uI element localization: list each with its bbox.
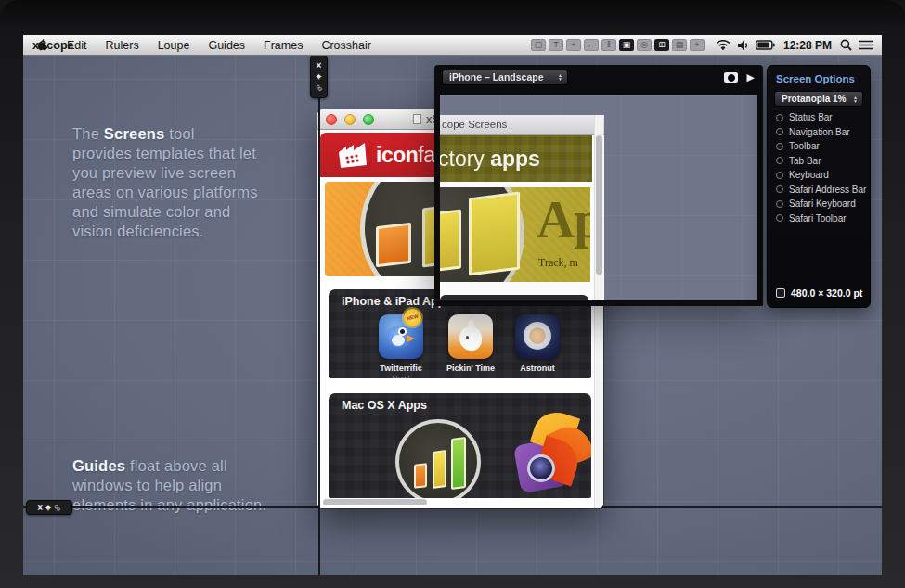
app-name: Twitterrific <box>371 364 431 373</box>
callout-text: tool provides templates that let you pre… <box>72 125 258 239</box>
flare-lens <box>527 454 555 482</box>
app-name: Pickin' Time <box>441 364 500 373</box>
list-menu-icon[interactable] <box>859 40 873 50</box>
filtered-chart-bar <box>440 209 461 273</box>
simulation-dropdown-value: Protanopia 1% <box>782 94 846 104</box>
close-icon[interactable]: × <box>317 60 322 70</box>
bird-beak <box>407 335 415 342</box>
stepper-icon: ▲▼ <box>558 73 562 81</box>
overlay-border[interactable]: cope Screens ctory apps Ap Track, m <box>434 89 763 306</box>
tool-screens-icon[interactable]: ▣ <box>619 39 634 51</box>
radio-icon[interactable] <box>776 185 783 193</box>
wifi-icon[interactable] <box>716 40 730 51</box>
option-label: Toolbar <box>789 141 820 151</box>
filtered-brand: ctory apps <box>440 147 540 172</box>
radio-icon[interactable] <box>776 128 783 135</box>
option-keyboard[interactable]: Keyboard <box>776 170 870 180</box>
xscope-app-icon[interactable] <box>395 419 481 498</box>
menu-guides[interactable]: Guides <box>199 39 254 52</box>
radio-icon[interactable] <box>776 200 783 208</box>
menu-xscope[interactable]: xScope <box>23 39 83 52</box>
move-icon[interactable]: ⌖ <box>45 503 51 513</box>
brand-bold: icon <box>376 143 418 167</box>
radio-icon[interactable] <box>776 157 783 164</box>
option-toolbar[interactable]: Toolbar <box>776 141 870 151</box>
option-status-bar[interactable]: Status Bar <box>776 112 870 122</box>
tool-dimensions-icon[interactable]: ▢ <box>531 39 546 51</box>
chart-bar-green <box>451 437 466 490</box>
option-safari-toolbar[interactable]: Safari Toolbar <box>776 213 870 224</box>
app-twitterrific[interactable]: NEW Twitterrific New! <box>371 314 431 378</box>
menu-rulers[interactable]: Rulers <box>97 39 149 52</box>
overlay-filtered-preview: cope Screens ctory apps Ap Track, m <box>440 95 757 300</box>
banner-headline: Ap <box>537 189 590 249</box>
menu-frames[interactable]: Frames <box>254 39 312 52</box>
screens-callout-text: The Screens tool provides templates that… <box>72 124 258 241</box>
radio-icon[interactable] <box>776 114 783 121</box>
bird-belly <box>392 335 405 346</box>
filtered-section-edge <box>440 295 588 300</box>
vertical-guide-line[interactable] <box>318 56 320 575</box>
close-icon[interactable]: × <box>37 503 43 513</box>
display-bezel: The Screens tool provides templates that… <box>0 0 905 588</box>
radio-icon[interactable] <box>776 172 783 179</box>
tool-text-icon[interactable]: T <box>549 39 563 51</box>
filtered-scrollbar-thumb <box>596 135 602 275</box>
menu-crosshair[interactable]: Crosshair <box>312 39 381 52</box>
horizontal-scrollbar-thumb[interactable] <box>323 499 427 505</box>
chart-bar-orange <box>414 463 427 489</box>
zoom-button[interactable] <box>363 114 374 125</box>
tool-guides-icon[interactable]: ⊞ <box>654 39 669 51</box>
camera-icon[interactable] <box>724 72 738 83</box>
option-tab-bar[interactable]: Tab Bar <box>776 156 870 166</box>
chart-bar-yellow <box>433 450 446 489</box>
tool-frames-icon[interactable]: ▤ <box>672 39 687 51</box>
window-controls <box>326 114 374 125</box>
twitterrific-app-icon[interactable]: NEW <box>379 314 423 359</box>
battery-icon[interactable] <box>756 40 775 50</box>
overlay-toolbar[interactable]: iPhone – Landscape ▲▼ ▶ <box>434 65 763 89</box>
radio-icon[interactable] <box>776 214 783 222</box>
panel-title: Screen Options <box>776 73 870 84</box>
menu-bar: xScope Edit Rulers Loupe Guides Frames C… <box>23 35 882 56</box>
app-astronut[interactable]: Astronut <box>508 314 567 373</box>
template-dropdown[interactable]: iPhone – Landscape ▲▼ <box>442 70 568 85</box>
checkbox-icon[interactable] <box>776 288 785 298</box>
tool-loupe-icon[interactable]: ◎ <box>637 39 652 51</box>
tool-overlay-icon[interactable]: + <box>690 39 705 51</box>
radio-icon[interactable] <box>776 143 783 150</box>
link-icon[interactable]: ∞ <box>313 82 325 94</box>
iconfactory-logo-icon <box>333 139 370 171</box>
close-button[interactable] <box>326 114 337 125</box>
play-icon[interactable]: ▶ <box>747 71 755 83</box>
callout-text: The <box>72 125 104 142</box>
stepper-icon: ▲▼ <box>853 96 858 103</box>
horizontal-guide-handle[interactable]: × ⌖ ∞ <box>26 500 72 515</box>
callout-bold: Screens <box>104 125 165 142</box>
tool-columns-icon[interactable]: ‖ <box>601 39 616 51</box>
menu-loupe[interactable]: Loupe <box>149 39 200 52</box>
simulation-dropdown[interactable]: Protanopia 1% ▲▼ <box>774 91 863 107</box>
option-label: Status Bar <box>789 112 833 122</box>
link-icon[interactable]: ∞ <box>51 501 63 513</box>
filtered-title-text: cope Screens <box>442 119 507 130</box>
option-label: Safari Toolbar <box>789 213 847 224</box>
volume-icon[interactable] <box>737 40 749 51</box>
minimize-button[interactable] <box>344 114 356 125</box>
tool-rulers-icon[interactable]: ⌐ <box>584 39 599 51</box>
new-burst-badge: NEW <box>402 307 423 328</box>
vertical-guide-handle[interactable]: × ⌖ ∞ <box>310 55 328 98</box>
option-navigation-bar[interactable]: Navigation Bar <box>776 127 870 137</box>
screens-overlay-frame[interactable]: iPhone – Landscape ▲▼ ▶ cope Screens cto… <box>434 65 763 306</box>
menu-bar-clock[interactable]: 12:28 PM <box>782 39 834 52</box>
pickin-time-app-icon[interactable] <box>448 314 493 359</box>
tool-crosshair-icon[interactable]: + <box>566 39 581 51</box>
app-pickin-time[interactable]: Pickin' Time <box>441 314 500 373</box>
section-mac-apps: Mac OS X Apps <box>329 393 591 498</box>
option-safari-keyboard[interactable]: Safari Keyboard <box>776 198 870 209</box>
option-safari-address-bar[interactable]: Safari Address Bar <box>776 185 870 195</box>
bunny-eye <box>466 336 469 339</box>
spotlight-search-icon[interactable] <box>840 39 852 51</box>
astronut-app-icon[interactable] <box>515 314 560 359</box>
filtered-site-header: ctory apps <box>440 135 592 182</box>
